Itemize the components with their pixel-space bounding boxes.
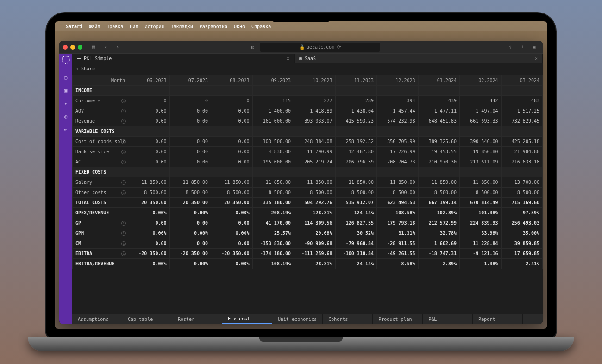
data-cell[interactable]: 0	[169, 96, 211, 106]
data-cell[interactable]: 289	[335, 96, 377, 106]
data-cell[interactable]: 1 418.89	[294, 106, 336, 116]
data-cell[interactable]: 1 477.11	[418, 106, 460, 116]
data-cell[interactable]: 1 602.69	[418, 238, 460, 249]
data-cell[interactable]: 102.89%	[418, 208, 460, 218]
target-icon[interactable]: ◎	[63, 113, 69, 119]
minimize-window-icon[interactable]	[70, 45, 75, 50]
data-cell[interactable]: 515 912.07	[335, 198, 377, 208]
data-cell[interactable]: 11 850.00	[169, 177, 211, 188]
new-tab-icon[interactable]: +	[518, 43, 527, 52]
data-cell[interactable]: 1 438.04	[335, 106, 377, 116]
sheet-tab[interactable]: Assumptions	[72, 314, 122, 324]
sheet-tab[interactable]: P&L	[423, 314, 473, 324]
data-cell[interactable]: 8 500.00	[211, 188, 253, 198]
data-cell[interactable]: 0.00	[128, 106, 170, 116]
data-cell[interactable]: 277	[294, 96, 336, 106]
data-cell[interactable]: 1 400.00	[252, 106, 294, 116]
data-cell[interactable]: 21 984.88	[501, 147, 543, 157]
data-cell[interactable]: 504 292.76	[294, 198, 336, 208]
close-icon[interactable]: ×	[535, 56, 538, 61]
data-cell[interactable]: 390 546.00	[460, 137, 502, 147]
data-cell[interactable]: 30.52%	[335, 228, 377, 238]
table-row[interactable]: EBITDA/REVENUE0.00%0.00%0.00%-108.19%-28…	[73, 259, 543, 269]
data-cell[interactable]: 1 457.44	[377, 106, 419, 116]
data-cell[interactable]: 11 850.00	[211, 177, 253, 188]
data-cell[interactable]: 11 850.00	[377, 177, 419, 188]
data-cell[interactable]: 0.00	[211, 147, 253, 157]
table-row[interactable]: Other costsi8 500.008 500.008 500.008 50…	[73, 188, 543, 198]
sheet-tab[interactable]: Report	[473, 314, 523, 324]
data-cell[interactable]: 439	[418, 96, 460, 106]
back-icon[interactable]: ‹	[101, 43, 110, 52]
data-cell[interactable]: -174 180.00	[252, 249, 294, 259]
data-cell[interactable]: 11 790.99	[294, 147, 336, 157]
table-row[interactable]: Cost of goods soldi0.000.000.00103 500.0…	[73, 137, 543, 147]
data-cell[interactable]: 1 497.04	[460, 106, 502, 116]
data-cell[interactable]: 0.00	[169, 238, 211, 249]
data-cell[interactable]: 0	[211, 96, 253, 106]
menu-item[interactable]: Разработка	[200, 24, 227, 29]
data-cell[interactable]: 8 500.00	[501, 188, 543, 198]
data-cell[interactable]: 0.00	[128, 116, 170, 126]
data-cell[interactable]: -100 318.84	[335, 249, 377, 259]
data-cell[interactable]: 31.31%	[377, 228, 419, 238]
data-cell[interactable]: 8 500.00	[294, 188, 336, 198]
info-icon[interactable]: i	[121, 150, 126, 154]
data-cell[interactable]: 394	[377, 96, 419, 106]
menu-item[interactable]: Окно	[234, 24, 245, 29]
data-cell[interactable]: 0.00%	[128, 228, 170, 238]
data-cell[interactable]: 20 350.00	[211, 198, 253, 208]
info-icon[interactable]: i	[121, 221, 126, 226]
data-cell[interactable]: 8 500.00	[460, 188, 502, 198]
data-cell[interactable]: 2.41%	[501, 259, 543, 269]
reload-icon[interactable]: ⟳	[337, 44, 341, 50]
data-cell[interactable]: 8 500.00	[377, 188, 419, 198]
close-icon[interactable]: ×	[287, 56, 289, 61]
data-cell[interactable]: -90 909.68	[294, 238, 336, 249]
data-cell[interactable]: 8 500.00	[252, 188, 294, 198]
table-row[interactable]: CMi0.000.000.00-153 830.00-90 909.68-79 …	[73, 238, 543, 249]
data-cell[interactable]: 483	[501, 96, 543, 106]
data-cell[interactable]: 11 850.00	[418, 177, 460, 188]
data-cell[interactable]: 19 453.55	[418, 147, 460, 157]
data-cell[interactable]: 33.98%	[460, 228, 502, 238]
data-cell[interactable]: 0.00%	[211, 228, 253, 238]
data-cell[interactable]: 258 192.32	[335, 137, 377, 147]
data-cell[interactable]: 101.38%	[460, 208, 502, 218]
data-cell[interactable]: 205 219.24	[294, 157, 336, 167]
data-cell[interactable]: 0.00%	[211, 208, 253, 218]
info-icon[interactable]: i	[121, 109, 126, 113]
data-cell[interactable]: 206 796.39	[335, 157, 377, 167]
data-cell[interactable]: 670 814.49	[460, 198, 502, 208]
data-cell[interactable]: 20 350.00	[128, 198, 170, 208]
info-icon[interactable]: i	[121, 99, 126, 103]
data-cell[interactable]: 35.00%	[501, 228, 543, 238]
data-cell[interactable]: 248 384.08	[294, 137, 336, 147]
data-cell[interactable]: -20 350.00	[169, 249, 211, 259]
table-row[interactable]: GPi0.000.000.0041 170.00114 309.56126 82…	[73, 218, 543, 228]
data-cell[interactable]: -9 121.16	[460, 249, 502, 259]
sheet-tab[interactable]: Unit economics	[272, 314, 323, 324]
table-row[interactable]: GPMi0.00%0.00%0.00%25.57%29.08%30.52%31.…	[73, 228, 543, 238]
table-row[interactable]: Bank servicei0.000.000.004 830.0011 790.…	[73, 147, 543, 157]
data-cell[interactable]: 667 199.14	[418, 198, 460, 208]
data-cell[interactable]: -28.31%	[294, 259, 336, 269]
sheet-tab[interactable]: Fix cost	[222, 314, 272, 324]
menu-app-name[interactable]: Safari	[66, 24, 82, 29]
data-cell[interactable]: 128.31%	[294, 208, 336, 218]
data-cell[interactable]: 216 633.18	[501, 157, 543, 167]
data-cell[interactable]: 161 000.00	[252, 116, 294, 126]
data-cell[interactable]: 12 467.80	[335, 147, 377, 157]
data-cell[interactable]: -79 968.84	[335, 238, 377, 249]
data-cell[interactable]: -20 350.00	[211, 249, 253, 259]
app-logo-icon[interactable]	[62, 56, 70, 64]
data-cell[interactable]: 0	[128, 96, 170, 106]
info-icon[interactable]: i	[121, 241, 126, 246]
data-cell[interactable]: -8.58%	[377, 259, 419, 269]
info-icon[interactable]: i	[121, 190, 126, 195]
close-window-icon[interactable]	[63, 45, 68, 50]
data-cell[interactable]: 108.58%	[377, 208, 419, 218]
data-cell[interactable]: 41 170.00	[252, 218, 294, 228]
data-cell[interactable]: 25.57%	[252, 228, 294, 238]
data-cell[interactable]: -49 261.55	[377, 249, 419, 259]
